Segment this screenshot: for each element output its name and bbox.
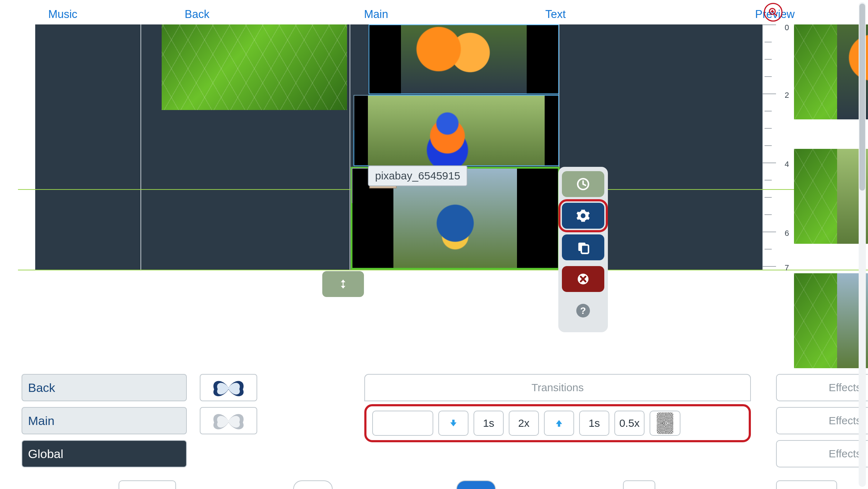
track-label-column: Back Main Global [22,374,187,473]
ruler-mark: 4 [785,160,789,169]
track-icon-column [200,374,257,440]
track-label-main[interactable]: Main [22,407,187,434]
svg-rect-6 [581,245,588,253]
clip-actions-popover: ? [558,167,608,332]
peek-box [776,480,837,489]
guide-line [18,270,868,270]
main-clip-2[interactable] [354,95,559,166]
arrow-up-icon [554,419,564,428]
preview-column [794,24,868,398]
transition-out-arrow[interactable] [544,411,574,436]
action-settings-button[interactable] [562,203,604,229]
back-track-clip[interactable] [162,24,347,110]
track-divider [350,24,350,270]
transition-in-arrow[interactable] [438,411,468,436]
preview-thumb[interactable] [794,24,868,119]
track-divider [140,24,141,270]
main-clip-1[interactable] [369,24,559,94]
track-effect-toggle-back[interactable] [200,374,257,401]
transitions-header[interactable]: Transitions [364,374,751,401]
action-help-button[interactable]: ? [562,298,604,324]
arrow-down-icon [449,419,458,428]
help-icon: ? [576,304,590,317]
timeline-tracks[interactable]: pixabay_6545915 📌 0 2 4 6 7 [35,24,762,270]
effects-button-3[interactable]: Effects [776,440,868,467]
bottom-row-peek [22,480,868,489]
track-label-back[interactable]: Back [22,374,187,401]
peek-box [119,480,176,489]
resize-vertical-handle[interactable] [322,271,364,297]
preview-thumb[interactable] [794,149,868,244]
zoom-in-icon [768,7,778,17]
column-header-back[interactable]: Back [108,0,287,24]
timeline-ruler: 0 2 4 6 7 [762,24,798,294]
action-copy-button[interactable] [562,234,604,260]
transition-in-duration[interactable]: 1s [474,411,504,436]
column-header-main[interactable]: Main [286,0,466,24]
transition-out-duration[interactable]: 1s [579,411,609,436]
gear-icon [576,209,590,223]
clip-name-tooltip: pixabay_6545915 [368,165,467,186]
clip-thumbnail [368,96,545,165]
scrollbar-thumb[interactable] [859,4,865,191]
resize-vertical-icon [338,277,348,292]
delete-icon [576,272,590,286]
butterfly-icon [211,377,246,398]
column-headers: Music Back Main Text Preview [18,0,859,24]
ruler-mark: 2 [785,91,789,100]
effects-button-2[interactable]: Effects [776,407,868,434]
track-label-global[interactable]: Global [22,440,187,467]
transition-style-in[interactable] [372,411,433,436]
effects-column: Effects 1 Effects 1 Effects [776,374,868,473]
ruler-mark: 0 [785,23,789,32]
copy-icon [576,240,590,255]
vertical-scrollbar[interactable] [859,2,866,487]
transition-out-speed[interactable]: 0.5x [614,411,645,436]
effects-button-1[interactable]: Effects [776,374,868,401]
clip-thumbnail [401,25,527,93]
transitions-panel: Transitions 1s 2x 1s 0.5x [364,374,751,442]
noise-icon [657,412,673,434]
ruler-mark: 7 [785,263,789,273]
butterfly-icon [211,410,246,431]
peek-box [623,480,655,489]
transition-in-speed[interactable]: 2x [509,411,539,436]
clock-icon [576,177,590,191]
transition-spacer [685,411,743,436]
zoom-in-button[interactable] [764,3,782,22]
peek-box [293,480,333,489]
preview-thumb[interactable] [794,273,868,368]
column-header-text[interactable]: Text [466,0,645,24]
peek-box [456,480,496,489]
svg-line-1 [775,14,777,16]
transitions-row: 1s 2x 1s 0.5x [364,404,751,442]
column-header-music[interactable]: Music [18,0,108,24]
ruler-mark: 6 [785,229,789,238]
action-delete-button[interactable] [562,266,604,292]
transition-noise-preview[interactable] [650,411,680,436]
action-timing-button[interactable] [562,171,604,197]
track-effect-toggle-main[interactable] [200,407,257,434]
